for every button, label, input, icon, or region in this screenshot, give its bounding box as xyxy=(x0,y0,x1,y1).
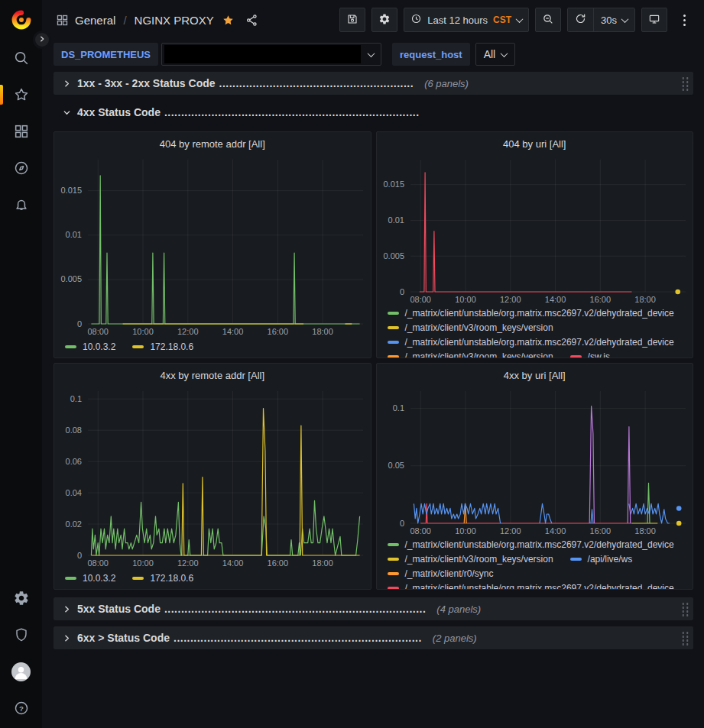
row-4xx[interactable]: 4xx Status Code ........................… xyxy=(54,101,693,124)
panel-4xx-by-remote-addr: 4xx by remote addr [All] 00.020.040.060.… xyxy=(54,363,371,590)
timeseries-chart-404-by-uri[interactable]: 00.0050.010.01508:0010:0012:0014:0016:00… xyxy=(377,155,693,305)
row-drag-handle-icon[interactable] xyxy=(680,601,689,616)
search-icon xyxy=(13,50,30,66)
request-host-variable-value: All xyxy=(484,48,496,60)
legend-series-label: /_matrix/client/unstable/org.matrix.msc2… xyxy=(405,583,674,590)
svg-text:12:00: 12:00 xyxy=(177,558,199,568)
row-5xx[interactable]: 5xx Status Code ........................… xyxy=(54,597,693,620)
panel-title[interactable]: 4xx by remote addr [All] xyxy=(54,364,371,387)
save-dashboard-button[interactable] xyxy=(339,8,365,32)
row-title-leader: ........................................… xyxy=(219,77,414,89)
refresh-icon xyxy=(575,13,586,27)
refresh-group: 30s xyxy=(567,8,635,32)
variables-submenu: DS_PROMETHEUS request_host All xyxy=(42,40,704,69)
timezone-label: CST xyxy=(493,15,511,25)
svg-text:0.005: 0.005 xyxy=(60,274,82,283)
clock-icon xyxy=(410,13,422,27)
legend-item[interactable]: /_matrix/client/unstable/org.matrix.msc2… xyxy=(388,583,674,590)
panel-title[interactable]: 4xx by uri [All] xyxy=(377,364,693,387)
legend-item[interactable]: /_matrix/client/unstable/org.matrix.msc2… xyxy=(388,308,674,319)
legend-row: 10.0.3.2172.18.0.6 xyxy=(65,569,363,587)
legend-series-label: 10.0.3.2 xyxy=(83,573,115,584)
legend-series-swatch xyxy=(388,341,399,344)
sidebar-item-explore[interactable] xyxy=(0,150,42,186)
legend-row: /_matrix/client/v3/room_keys/version xyxy=(388,320,686,335)
zoom-out-time-button[interactable] xyxy=(535,8,561,32)
panel-404-by-uri: 404 by uri [All] 00.0050.010.01508:0010:… xyxy=(376,131,694,358)
row-panel-count: (6 panels) xyxy=(424,78,469,89)
panel-title[interactable]: 404 by remote addr [All] xyxy=(54,132,371,155)
sidebar-item-help[interactable]: ? xyxy=(0,690,42,726)
dashboard-settings-button[interactable] xyxy=(371,8,397,32)
chevron-right-icon xyxy=(61,605,72,613)
sidebar-expand-button[interactable] xyxy=(33,31,51,49)
legend-series-label: /_matrix/client/unstable/org.matrix.msc2… xyxy=(405,308,674,319)
sidebar-item-starred[interactable] xyxy=(0,76,42,113)
legend-item[interactable]: 10.0.3.2 xyxy=(65,341,115,352)
legend-item[interactable]: 172.18.0.6 xyxy=(132,341,193,352)
shield-icon xyxy=(13,626,30,643)
legend-item[interactable]: /sw.js xyxy=(570,351,610,359)
compass-icon xyxy=(13,160,30,176)
legend-series-label: 10.0.3.2 xyxy=(83,341,115,352)
gear-icon xyxy=(13,590,30,607)
sidebar-item-dashboards[interactable] xyxy=(0,113,42,150)
svg-text:10:00: 10:00 xyxy=(132,327,154,336)
legend-item[interactable]: /_matrix/client/unstable/org.matrix.msc2… xyxy=(388,539,674,550)
legend-item[interactable]: /_matrix/client/v3/room_keys/version xyxy=(388,351,553,359)
legend-series-label: /_matrix/client/v3/room_keys/version xyxy=(405,351,553,359)
chevron-down-icon xyxy=(501,50,508,57)
sidebar-item-configuration[interactable] xyxy=(0,580,42,616)
breadcrumb: General / NGINX PROXY xyxy=(56,14,258,27)
legend-item[interactable]: /_matrix/client/v3/room_keys/version xyxy=(388,554,553,565)
favorite-star-icon[interactable] xyxy=(222,14,235,27)
panel-title[interactable]: 404 by uri [All] xyxy=(377,132,693,155)
refresh-interval-dropdown[interactable]: 30s xyxy=(593,8,634,31)
svg-text:0.05: 0.05 xyxy=(388,461,404,470)
navbar-actions: Last 12 hours CST 30s xyxy=(339,8,695,32)
chevron-down-icon xyxy=(61,108,72,117)
legend-item[interactable]: /_matrix/client/v3/room_keys/version xyxy=(388,322,553,333)
legend-series-swatch xyxy=(132,345,144,348)
legend-item[interactable]: /_matrix/client/r0/sync xyxy=(388,568,494,579)
time-range-picker[interactable]: Last 12 hours CST xyxy=(404,8,529,32)
kebab-icon xyxy=(683,19,686,21)
breadcrumb-folder[interactable]: General xyxy=(75,14,115,27)
row-1xx-3xx-2xx[interactable]: 1xx - 3xx - 2xx Status Code ............… xyxy=(54,72,693,95)
legend-item[interactable]: /api/live/ws xyxy=(570,554,633,565)
panel-404-by-remote-addr: 404 by remote addr [All] 00.0050.010.015… xyxy=(54,131,371,358)
refresh-button[interactable] xyxy=(568,8,593,31)
sidebar-item-server-admin[interactable] xyxy=(0,616,42,653)
legend-row: /_matrix/client/unstable/org.matrix.msc2… xyxy=(388,537,686,552)
datasource-variable-dropdown[interactable] xyxy=(161,43,381,66)
chevron-right-icon xyxy=(61,79,72,88)
svg-text:0.02: 0.02 xyxy=(66,519,82,529)
panel-legend: /_matrix/client/unstable/org.matrix.msc2… xyxy=(377,536,693,590)
sidebar-item-profile[interactable] xyxy=(0,653,42,690)
gear-icon xyxy=(378,13,391,28)
legend-series-swatch xyxy=(65,577,76,580)
request-host-variable-dropdown[interactable]: All xyxy=(475,43,516,66)
sidebar-item-alerting[interactable] xyxy=(0,186,42,223)
legend-item[interactable]: /_matrix/client/unstable/org.matrix.msc2… xyxy=(388,337,674,348)
timeseries-chart-404-by-remote-addr[interactable]: 00.0050.010.01508:0010:0012:0014:0016:00… xyxy=(54,155,371,337)
legend-item[interactable]: 10.0.3.2 xyxy=(65,573,115,584)
timeseries-chart-4xx-by-uri[interactable]: 00.050.108:0010:0012:0014:0016:0018:00 xyxy=(377,387,693,536)
time-range-label: Last 12 hours xyxy=(427,15,488,26)
legend-series-label: /sw.js xyxy=(588,351,610,359)
svg-text:08:00: 08:00 xyxy=(410,295,431,304)
legend-series-label: 172.18.0.6 xyxy=(150,573,193,584)
share-icon[interactable] xyxy=(245,14,258,27)
legend-series-swatch xyxy=(388,312,399,315)
svg-text:12:00: 12:00 xyxy=(500,526,521,535)
row-title: 1xx - 3xx - 2xx Status Code xyxy=(77,77,216,89)
legend-item[interactable]: 172.18.0.6 xyxy=(132,573,193,584)
svg-text:0.06: 0.06 xyxy=(66,457,82,466)
kebab-menu-button[interactable] xyxy=(673,8,695,32)
tv-mode-button[interactable] xyxy=(641,8,667,32)
svg-text:14:00: 14:00 xyxy=(222,558,244,568)
row-drag-handle-icon[interactable] xyxy=(680,630,689,645)
timeseries-chart-4xx-by-remote-addr[interactable]: 00.020.040.060.080.108:0010:0012:0014:00… xyxy=(54,387,371,568)
row-drag-handle-icon[interactable] xyxy=(680,76,689,91)
row-6xx[interactable]: 6xx > Status Code ......................… xyxy=(54,626,693,649)
